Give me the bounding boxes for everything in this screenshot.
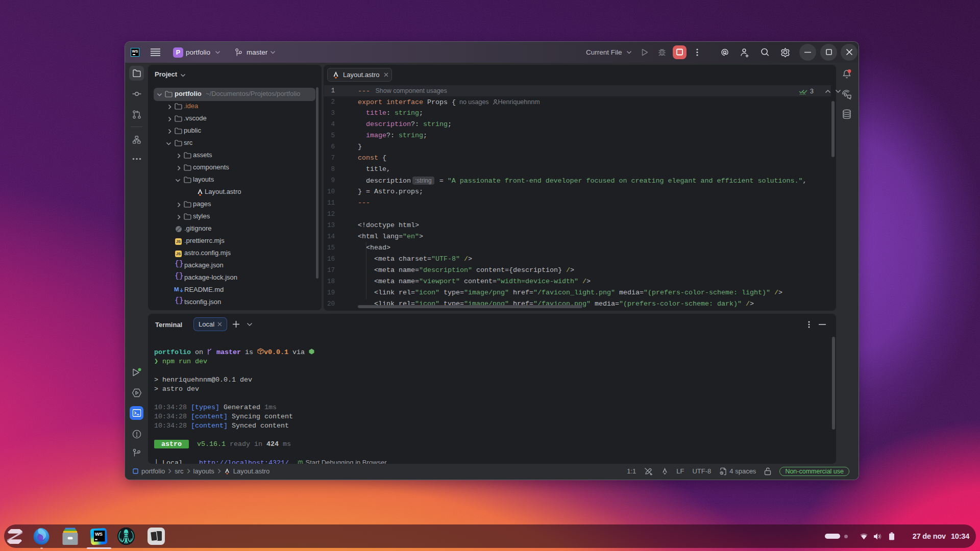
svg-text:WS: WS <box>95 531 103 537</box>
